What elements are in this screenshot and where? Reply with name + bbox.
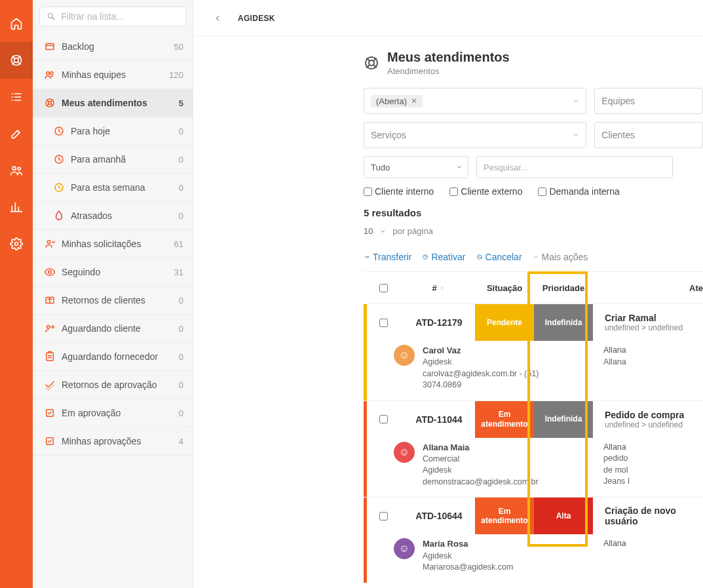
sidebar-item-13[interactable]: Em aprovação0 — [33, 399, 193, 427]
row-checkbox[interactable] — [379, 512, 388, 520]
sidebar-item-5[interactable]: Para esta semana0 — [33, 174, 193, 202]
status-chip[interactable]: (Aberta)✕ — [371, 95, 423, 108]
nav-icon — [51, 210, 67, 222]
col-atendimento[interactable]: Ate — [593, 283, 703, 293]
results-count: 5 resultados — [364, 207, 703, 218]
chip-remove-icon[interactable]: ✕ — [411, 96, 417, 106]
col-prioridade[interactable]: Prioridade — [534, 283, 593, 293]
nav-icon — [42, 407, 58, 419]
caret-down-icon — [573, 132, 579, 138]
ticket-id: ATD-11044 — [403, 401, 475, 438]
rail-users[interactable] — [0, 152, 33, 189]
row-checkbox[interactable] — [379, 319, 388, 327]
svg-point-4 — [15, 243, 18, 246]
col-situacao[interactable]: Situação — [475, 283, 534, 293]
svg-point-17 — [47, 326, 50, 329]
svg-point-3 — [18, 167, 20, 170]
nav-label: Meus atendimentos — [62, 98, 179, 108]
table-row[interactable]: ATD-12179PendenteIndefinidaCriar Ramalun… — [364, 304, 703, 401]
sidebar-item-8[interactable]: Seguindo31 — [33, 258, 193, 286]
search-box[interactable] — [39, 7, 186, 26]
nav-label: Em aprovação — [62, 408, 179, 418]
search-input[interactable] — [61, 11, 179, 22]
sidebar-item-11[interactable]: Aguardando fornecedor0 — [33, 343, 193, 371]
per-page[interactable]: 10 por página — [364, 226, 703, 236]
chk-cliente-externo[interactable]: Cliente externo — [449, 186, 522, 197]
servicos-select[interactable]: Serviços — [364, 122, 586, 148]
nav-count: 0 — [179, 211, 183, 221]
rail-tasks[interactable] — [0, 79, 33, 115]
sidebar-item-10[interactable]: Aguardando cliente0 — [33, 315, 193, 343]
avatar: ☺ — [394, 442, 415, 463]
page-title: Meus atendimentos — [387, 50, 510, 65]
col-id[interactable]: # — [403, 283, 475, 293]
rail-settings[interactable] — [0, 225, 33, 262]
action-cancelar[interactable]: Cancelar — [476, 252, 522, 262]
svg-point-10 — [48, 102, 52, 105]
sidebar-item-1[interactable]: Minhas equipes120 — [33, 61, 193, 89]
rail-stats[interactable] — [0, 189, 33, 225]
nav-icon — [51, 125, 67, 137]
nav-icon — [42, 379, 58, 391]
nav-label: Para esta semana — [71, 182, 179, 193]
action-transferir[interactable]: Transferir — [364, 252, 411, 262]
chk-demanda-interna[interactable]: Demanda interna — [538, 186, 619, 197]
status-badge: Em atendimento — [475, 401, 534, 438]
sidebar-item-9[interactable]: Retornos de clientes0 — [33, 286, 193, 315]
nav-label: Minhas solicitações — [62, 239, 174, 249]
clientes-select[interactable]: Clientes — [594, 122, 703, 148]
topbar: AGIDESK — [193, 0, 703, 37]
action-more[interactable]: Mais ações — [533, 252, 588, 262]
nav-label: Backlog — [62, 41, 174, 52]
status-badge: Pendente — [475, 304, 534, 341]
sort-icon — [439, 285, 446, 292]
priority-badge: Alta — [534, 498, 593, 534]
sidebar-item-7[interactable]: Minhas solicitações61 — [33, 230, 193, 258]
nav-count: 0 — [179, 155, 183, 165]
table-header: # Situação Prioridade Ate — [364, 272, 703, 304]
page-header: Meus atendimentos Atendimentos — [364, 50, 703, 76]
nav-icon — [42, 351, 58, 363]
action-reativar[interactable]: Reativar — [422, 252, 465, 262]
nav-label: Aguardando cliente — [62, 323, 179, 334]
nav-label: Atrasados — [71, 210, 179, 221]
back-button[interactable] — [209, 10, 226, 27]
sidebar-item-3[interactable]: Para hoje0 — [33, 117, 193, 146]
avatar: ☺ — [394, 345, 415, 366]
nav-count: 120 — [169, 70, 183, 80]
rail-edit[interactable] — [0, 115, 33, 152]
sidebar-item-0[interactable]: Backlog50 — [33, 33, 193, 61]
row-checkbox[interactable] — [379, 415, 388, 423]
sidebar-item-2[interactable]: Meus atendimentos5 — [33, 89, 193, 117]
select-all[interactable] — [379, 284, 388, 292]
nav-icon — [42, 323, 58, 334]
nav-icon — [42, 97, 58, 109]
status-select[interactable]: (Aberta)✕ — [364, 88, 586, 114]
sidebar-item-4[interactable]: Para amanhã0 — [33, 146, 193, 174]
nav-count: 50 — [174, 42, 183, 52]
scope-select[interactable]: Tudo — [364, 156, 468, 178]
sidebar-item-14[interactable]: Minhas aprovações4 — [33, 427, 193, 456]
nav-count: 0 — [179, 183, 183, 193]
chk-cliente-interno[interactable]: Cliente interno — [364, 186, 434, 197]
table-search[interactable] — [476, 156, 673, 178]
nav-icon — [42, 435, 58, 447]
nav-count: 4 — [179, 437, 183, 446]
caret-down-icon — [573, 98, 579, 104]
rail-lifebuoy[interactable] — [0, 42, 33, 79]
table-row[interactable]: ATD-11044Em atendimentoIndefinidaPedido … — [364, 401, 703, 498]
equipes-select[interactable]: Equipes — [594, 88, 703, 114]
sidebar-item-12[interactable]: Retornos de aprovação0 — [33, 371, 193, 399]
chevron-down-icon — [533, 254, 539, 260]
priority-badge: Indefinida — [534, 401, 593, 438]
sidebar: Backlog50Minhas equipes120Meus atendimen… — [33, 0, 193, 588]
table-row[interactable]: ATD-10644Em atendimentoAltaCriação de no… — [364, 497, 703, 582]
sidebar-item-6[interactable]: Atrasados0 — [33, 202, 193, 230]
row-meta: Allana — [598, 538, 703, 573]
ticket-id: ATD-12179 — [403, 304, 475, 341]
nav-count: 31 — [174, 267, 183, 277]
rail-home[interactable] — [0, 5, 33, 42]
table-search-input[interactable] — [484, 163, 666, 172]
row-meta: Allanapedidode molJeans I — [598, 442, 703, 488]
svg-rect-18 — [47, 353, 54, 361]
